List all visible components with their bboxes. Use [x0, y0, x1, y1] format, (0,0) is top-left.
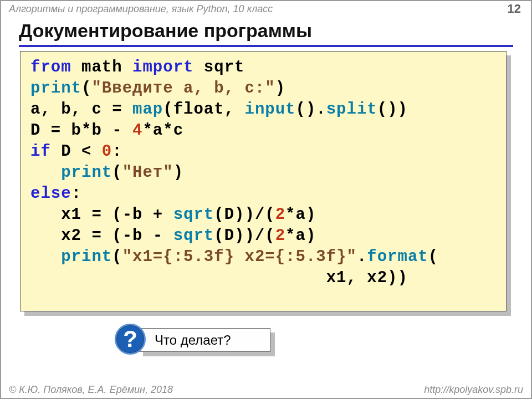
page-number: 12	[508, 2, 521, 16]
code-pad	[30, 269, 326, 287]
question-box: Что делает?	[139, 328, 270, 352]
code-fn: sqrt	[173, 227, 214, 245]
question-icon: ?	[115, 324, 146, 355]
slide: Алгоритмы и программирование, язык Pytho…	[0, 0, 532, 399]
code-fn: map	[132, 100, 163, 119]
code-text: (float,	[163, 100, 244, 119]
code-text: D = b*b -	[30, 121, 132, 140]
code-text: (	[112, 163, 122, 182]
code-num: 2	[275, 206, 285, 224]
code-text: *a)	[285, 206, 316, 224]
code-text: ())	[377, 100, 408, 119]
code-num: 0	[102, 142, 112, 161]
code-fn: print	[61, 163, 112, 182]
code-text: math	[71, 58, 132, 76]
code-str: "x1={:5.3f} x2={:5.3f}"	[122, 248, 357, 266]
code-text: *a*c	[142, 121, 183, 140]
footer-left: © К.Ю. Поляков, Е.А. Ерёмин, 2018	[9, 384, 173, 396]
code-text: ().	[296, 100, 326, 119]
code-pad	[30, 227, 61, 245]
header-subject: Алгоритмы и программирование, язык Pytho…	[1, 1, 531, 17]
code-num: 4	[132, 121, 142, 140]
code-pad	[30, 163, 61, 182]
code-kw: else	[30, 185, 71, 203]
footer-right: http://kpolyakov.spb.ru	[424, 384, 523, 396]
code-num: 2	[275, 227, 285, 245]
code-text: x1, x2))	[326, 269, 408, 287]
code-str: "Введите a, b, c:"	[91, 79, 275, 98]
code-kw: from	[30, 58, 71, 76]
code-text: (D))/(	[214, 206, 275, 224]
question-text: Что делает?	[155, 332, 231, 348]
code-text: (	[81, 79, 91, 98]
code-fn: print	[61, 248, 112, 266]
code-text: :	[71, 185, 81, 203]
code-str: "Нет"	[122, 163, 173, 182]
code-text: .	[357, 248, 367, 266]
code-text: x1 = (-b +	[61, 206, 173, 224]
code-text: a, b, c =	[30, 100, 132, 119]
code-text: :	[112, 142, 122, 161]
footer: © К.Ю. Поляков, Е.А. Ерёмин, 2018 http:/…	[1, 382, 531, 397]
code-text: *a)	[285, 227, 316, 245]
code-text: x2 = (-b -	[61, 227, 173, 245]
code-text: sqrt	[193, 58, 244, 76]
code-text: D <	[51, 142, 102, 161]
code-fn: sqrt	[173, 206, 214, 224]
code-fn: print	[30, 79, 81, 98]
code-fn: input	[244, 100, 295, 119]
code-pad	[30, 206, 61, 224]
slide-title: Документирование программы	[19, 20, 513, 47]
code-kw: import	[132, 58, 193, 76]
code-text: (D))/(	[214, 227, 275, 245]
code-pad	[30, 248, 61, 266]
code-text: )	[275, 79, 285, 98]
code-text: (	[428, 248, 438, 266]
code-fn: format	[367, 248, 428, 266]
code-fn: split	[326, 100, 377, 119]
code-text: (	[112, 248, 122, 266]
code-block: from math import sqrt print("Введите a, …	[20, 51, 507, 311]
code-kw: if	[30, 142, 51, 161]
code-text: )	[173, 163, 183, 182]
